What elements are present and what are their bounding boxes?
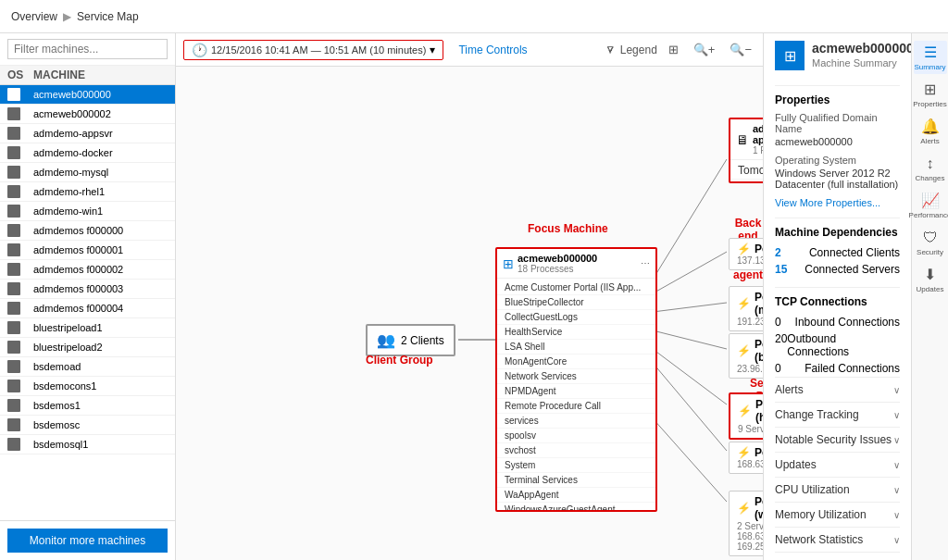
port-7560-node[interactable]: ⚡ Port 7560 (bluestripe) ▾ 23.96.26.100	[729, 333, 763, 379]
client-group-node[interactable]: 👥 2 Clients	[366, 324, 455, 356]
process-item[interactable]: NPMDAgent	[497, 384, 655, 399]
view-more-properties[interactable]: View More Properties...	[775, 197, 900, 208]
collapsible-section[interactable]: Network Performance ∨	[775, 552, 900, 560]
sidebar-item[interactable]: acmeweb000002	[0, 105, 175, 124]
collapsible-section[interactable]: CPU Utilization ∨	[775, 477, 900, 502]
zoom-in-button[interactable]: 🔍+	[690, 41, 719, 58]
collapsible-section[interactable]: Updates ∨	[775, 452, 900, 477]
sidebar-item[interactable]: admdemo-mysql	[0, 163, 175, 182]
process-item[interactable]: CollectGuestLogs	[497, 310, 655, 325]
filter-input[interactable]	[7, 39, 168, 59]
sidebar-item[interactable]: admdemos f000004	[0, 299, 175, 318]
panel-icon-properties[interactable]: ⊞ Properties	[914, 78, 947, 111]
sidebar-item[interactable]: bsdemoad	[0, 357, 175, 377]
os-icon	[7, 263, 20, 276]
failed-row: 0 Failed Connections	[775, 360, 900, 377]
sidebar-item[interactable]: bsdemosql1	[0, 435, 175, 454]
sidebar-item[interactable]: bluestripeload2	[0, 338, 175, 357]
panel-icon-updates[interactable]: ⬇ Updates	[914, 263, 947, 296]
sidebar-item[interactable]: admdemos f000001	[0, 241, 175, 260]
port-11126-ip: 137.135.109.63	[737, 255, 763, 266]
tomcat-process[interactable]: Tomcat	[730, 162, 763, 180]
sidebar-item[interactable]: admdemo-win1	[0, 202, 175, 221]
sidebar-item[interactable]: admdemo-docker	[0, 143, 175, 163]
process-item[interactable]: HealthService	[497, 325, 655, 340]
section-chevron: ∨	[893, 535, 900, 545]
client-group-label: 2 Clients	[401, 334, 444, 347]
port-11126-node[interactable]: ⚡ Port 11126 ▾ 137.135.109.63	[729, 238, 763, 270]
windows-icon: ⊞	[503, 256, 514, 271]
panel-icon-summary[interactable]: ☰ Summary	[914, 41, 947, 74]
sidebar-item[interactable]: admdemo-appsvr	[0, 124, 175, 143]
layout-button[interactable]: ⊞	[665, 41, 682, 58]
port-1433-node[interactable]: ⚡ Port 1433 (ms-sql-s) ▾ 191.238.6.43	[729, 286, 763, 331]
process-item[interactable]: MonAgentCore	[497, 355, 655, 369]
failed-count: 0	[775, 362, 781, 375]
sidebar-item[interactable]: bluestripeload1	[0, 318, 175, 338]
alerts-icon: 🔔	[921, 118, 940, 135]
port-11126-label: Port 11126	[755, 243, 763, 255]
port-1433-ip: 191.238.6.43	[737, 317, 763, 327]
machine-list: acmeweb000000 acmeweb000002 admdemo-apps…	[0, 85, 175, 520]
os-icon	[7, 205, 20, 218]
panel-icon-changes[interactable]: ↕ Changes	[914, 152, 947, 185]
dependencies-section: Machine Dependencies 2 Connected Clients…	[775, 218, 900, 278]
collapsible-section[interactable]: Change Tracking ∨	[775, 402, 900, 427]
panel-icon-alerts[interactable]: 🔔 Alerts	[914, 115, 947, 148]
panel-icon-label: Changes	[915, 174, 944, 182]
monitor-machines-button[interactable]: Monitor more machines	[7, 529, 168, 553]
collapsible-section[interactable]: Network Statistics ∨	[775, 527, 900, 552]
os-icon	[7, 88, 20, 101]
breadcrumb-home[interactable]: Overview	[11, 10, 57, 23]
failed-label: Failed Connections	[805, 362, 900, 375]
machine-name: admdemos f000000	[33, 225, 168, 236]
sidebar-item[interactable]: admdemo-rhel1	[0, 182, 175, 202]
collapse-icon[interactable]: ⋯	[641, 258, 650, 268]
sidebar-item[interactable]: bsdemos1	[0, 396, 175, 416]
section-chevron: ∨	[893, 410, 900, 420]
sidebar-item[interactable]: admdemos f000002	[0, 260, 175, 280]
process-item[interactable]: svchost	[497, 443, 655, 458]
clock-icon: 🕐	[192, 43, 207, 57]
breadcrumb-current: Service Map	[77, 10, 139, 23]
sidebar-item[interactable]: bsdemosc	[0, 416, 175, 435]
breadcrumb-sep: ▶	[63, 10, 71, 23]
sidebar-item[interactable]: bsdemocons1	[0, 377, 175, 396]
port-443-node[interactable]: ⚡ Port 443 (https) ▾ 9 Servers	[729, 392, 763, 440]
process-item[interactable]: Network Services	[497, 369, 655, 384]
section-label: CPU Utilization	[775, 483, 850, 496]
collapsible-section[interactable]: Memory Utilization ∨	[775, 502, 900, 527]
process-item[interactable]: WindowsAzureGuestAgent	[497, 503, 655, 510]
process-item[interactable]: LSA Shell	[497, 340, 655, 355]
process-item[interactable]: Remote Procedure Call	[497, 399, 655, 414]
port-80-node[interactable]: ⚡ Port 80 (www) ▾ 2 Servers 168.63.129.1…	[729, 491, 763, 556]
machine-name: admdemos f000004	[33, 303, 168, 314]
process-item[interactable]: Terminal Services	[497, 473, 655, 488]
process-item[interactable]: WaAppAgent	[497, 488, 655, 503]
legend-button[interactable]: ⛛ Legend	[605, 44, 657, 56]
time-controls-link[interactable]: Time Controls	[458, 44, 527, 56]
sidebar-item[interactable]: acmeweb000000	[0, 85, 175, 105]
collapsible-section[interactable]: Notable Security Issues ∨	[775, 427, 900, 452]
connected-clients-row: 2 Connected Clients	[775, 244, 900, 261]
properties-icon: ⊞	[924, 81, 936, 98]
collapsible-section[interactable]: Alerts ∨	[775, 377, 900, 402]
process-item[interactable]: BlueStripeCollector	[497, 295, 655, 310]
process-item[interactable]: spoolsv	[497, 429, 655, 443]
collapsible-sections: Alerts ∨Change Tracking ∨Notable Securit…	[775, 377, 900, 560]
section-chevron: ∨	[893, 460, 900, 470]
sidebar-column-headers: OS MACHINE	[0, 66, 175, 85]
process-item[interactable]: services	[497, 414, 655, 429]
legend-label: Legend	[620, 44, 657, 56]
sidebar-item[interactable]: admdemos f000003	[0, 280, 175, 299]
process-item[interactable]: System	[497, 458, 655, 473]
sidebar-item[interactable]: admdemos f000000	[0, 221, 175, 241]
panel-icon-performance[interactable]: 📈 Performance	[914, 189, 947, 222]
zoom-out-button[interactable]: 🔍−	[726, 41, 755, 58]
svg-line-6	[653, 363, 727, 451]
process-item[interactable]: Acme Customer Portal (IIS App...	[497, 280, 655, 295]
panel-icon-security[interactable]: 🛡 Security	[914, 226, 947, 259]
port-32526-node[interactable]: ⚡ Port 32526 ▾ 168.63.129.16	[729, 442, 763, 474]
time-control[interactable]: 🕐 12/15/2016 10:41 AM — 10:51 AM (10 min…	[183, 40, 443, 60]
backend-server-node: 🖥 admdemo-appsvr 1 Process ⋯ Tomcat	[729, 118, 763, 183]
